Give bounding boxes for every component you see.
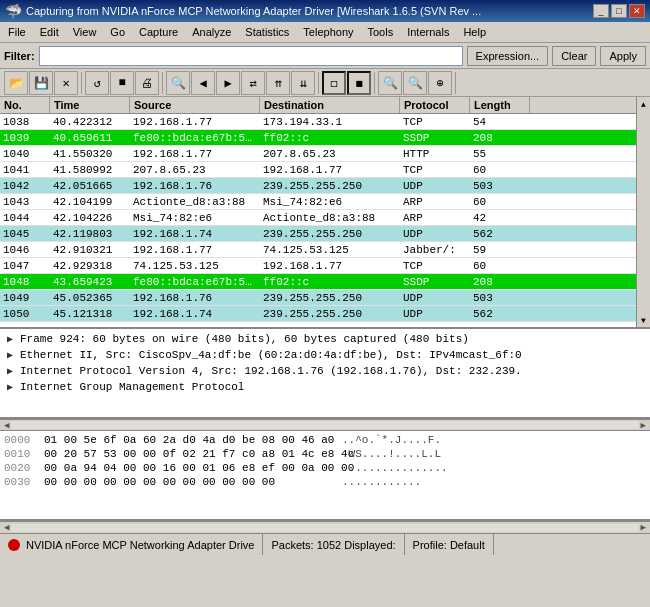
status-packets: Packets: 1052 Displayed: <box>263 534 404 555</box>
table-cell: 43.659423 <box>50 274 130 290</box>
print-button[interactable]: 🖨 <box>135 71 159 95</box>
menu-bar: FileEditViewGoCaptureAnalyzeStatisticsTe… <box>0 22 650 43</box>
table-cell: 42.104226 <box>50 210 130 226</box>
expand-icon[interactable]: ▶ <box>4 365 16 377</box>
table-cell: 1038 <box>0 114 50 130</box>
menu-item-file[interactable]: File <box>2 24 32 40</box>
table-cell: 1043 <box>0 194 50 210</box>
col-dest[interactable]: Destination <box>260 97 400 113</box>
table-cell: 1050 <box>0 306 50 322</box>
col-time[interactable]: Time <box>50 97 130 113</box>
scroll-up[interactable]: ▲ <box>637 97 651 111</box>
hex-ascii: ............ <box>342 475 421 489</box>
table-cell: 192.168.1.77 <box>130 114 260 130</box>
menu-item-telephony[interactable]: Telephony <box>297 24 359 40</box>
table-row[interactable]: 104242.051665192.168.1.76239.255.255.250… <box>0 178 650 194</box>
table-row[interactable]: 104742.92931874.125.53.125192.168.1.77TC… <box>0 258 650 274</box>
col-proto[interactable]: Protocol <box>400 97 470 113</box>
detail-text: Frame 924: 60 bytes on wire (480 bits), … <box>20 333 469 345</box>
table-row[interactable]: 104642.910321192.168.1.7774.125.53.125Ja… <box>0 242 650 258</box>
table-row[interactable]: 104945.052365192.168.1.76239.255.255.250… <box>0 290 650 306</box>
table-cell: 74.125.53.125 <box>130 258 260 274</box>
table-cell: Msi_74:82:e6 <box>130 210 260 226</box>
menu-item-help[interactable]: Help <box>457 24 492 40</box>
toggle2-button[interactable]: ◼ <box>347 71 371 95</box>
close-button[interactable]: ✕ <box>629 4 645 18</box>
minimize-button[interactable]: _ <box>593 4 609 18</box>
menu-item-capture[interactable]: Capture <box>133 24 184 40</box>
filter-bar: Filter: Expression... Clear Apply <box>0 43 650 69</box>
detail-row[interactable]: ▶Internet Group Management Protocol <box>4 379 646 395</box>
table-cell: 192.168.1.74 <box>130 226 260 242</box>
table-cell: 1048 <box>0 274 50 290</box>
table-row[interactable]: 104041.550320192.168.1.77207.8.65.23HTTP… <box>0 146 650 162</box>
table-row[interactable]: 105045.121318192.168.1.74239.255.255.250… <box>0 306 650 322</box>
table-row[interactable]: 104542.119803192.168.1.74239.255.255.250… <box>0 226 650 242</box>
close-cap-button[interactable]: ✕ <box>54 71 78 95</box>
last-button[interactable]: ⇊ <box>291 71 315 95</box>
menu-item-tools[interactable]: Tools <box>362 24 400 40</box>
vscroll[interactable]: ▲ ▼ <box>636 97 650 327</box>
save-button[interactable]: 💾 <box>29 71 53 95</box>
fwd-button[interactable]: ▶ <box>216 71 240 95</box>
col-source[interactable]: Source <box>130 97 260 113</box>
hscroll-hex[interactable]: ◀ ▶ <box>0 521 650 533</box>
menu-item-edit[interactable]: Edit <box>34 24 65 40</box>
table-cell: 1042 <box>0 178 50 194</box>
col-len[interactable]: Length <box>470 97 530 113</box>
table-row[interactable]: 104342.104199Actionte_d8:a3:88Msi_74:82:… <box>0 194 650 210</box>
table-cell: 55 <box>470 146 530 162</box>
expand-icon[interactable]: ▶ <box>4 333 16 345</box>
adapter-text: NVIDIA nForce MCP Networking Adapter Dri… <box>26 539 254 551</box>
table-row[interactable]: 104442.104226Msi_74:82:e6Actionte_d8:a3:… <box>0 210 650 226</box>
expression-button[interactable]: Expression... <box>467 46 549 66</box>
status-profile: Profile: Default <box>405 534 494 555</box>
table-cell: UDP <box>400 306 470 322</box>
apply-button[interactable]: Apply <box>600 46 646 66</box>
goto-button[interactable]: ⇄ <box>241 71 265 95</box>
open-button[interactable]: 📂 <box>4 71 28 95</box>
table-row[interactable]: 104141.580992207.8.65.23192.168.1.77TCP6… <box>0 162 650 178</box>
zoom-in-button[interactable]: 🔍 <box>378 71 402 95</box>
hex-offset: 0000 <box>4 433 36 447</box>
hscroll-detail[interactable]: ◀ ▶ <box>0 419 650 431</box>
menu-item-view[interactable]: View <box>67 24 103 40</box>
table-cell: 1049 <box>0 290 50 306</box>
stop-button[interactable]: ■ <box>110 71 134 95</box>
table-cell: 1045 <box>0 226 50 242</box>
filter-input[interactable] <box>39 46 463 66</box>
toggle1-button[interactable]: ◻ <box>322 71 346 95</box>
title-bar: 🦈 Capturing from NVIDIA nForce MCP Netwo… <box>0 0 650 22</box>
table-cell: 239.255.255.250 <box>260 178 400 194</box>
back-button[interactable]: ◀ <box>191 71 215 95</box>
expand-icon[interactable]: ▶ <box>4 349 16 361</box>
table-cell: UDP <box>400 290 470 306</box>
zoom-reset-button[interactable]: ⊕ <box>428 71 452 95</box>
table-row[interactable]: 104843.659423fe80::bdca:e67b:5eb7:!ff02:… <box>0 274 650 290</box>
table-cell: SSDP <box>400 130 470 146</box>
menu-item-go[interactable]: Go <box>104 24 131 40</box>
zoom-out-button[interactable]: 🔍 <box>403 71 427 95</box>
scroll-down[interactable]: ▼ <box>637 313 651 327</box>
table-row[interactable]: 103840.422312192.168.1.77173.194.33.1TCP… <box>0 114 650 130</box>
restart-button[interactable]: ↺ <box>85 71 109 95</box>
col-no[interactable]: No. <box>0 97 50 113</box>
first-button[interactable]: ⇈ <box>266 71 290 95</box>
menu-item-statistics[interactable]: Statistics <box>239 24 295 40</box>
window-controls[interactable]: _ □ ✕ <box>593 4 645 18</box>
expand-icon[interactable]: ▶ <box>4 381 16 393</box>
table-cell: 45.052365 <box>50 290 130 306</box>
maximize-button[interactable]: □ <box>611 4 627 18</box>
detail-row[interactable]: ▶Frame 924: 60 bytes on wire (480 bits),… <box>4 331 646 347</box>
detail-text: Ethernet II, Src: CiscoSpv_4a:df:be (60:… <box>20 349 522 361</box>
menu-item-analyze[interactable]: Analyze <box>186 24 237 40</box>
detail-row[interactable]: ▶Internet Protocol Version 4, Src: 192.1… <box>4 363 646 379</box>
menu-item-internals[interactable]: Internals <box>401 24 455 40</box>
table-cell: 192.168.1.77 <box>260 162 400 178</box>
find-button[interactable]: 🔍 <box>166 71 190 95</box>
hex-offset: 0030 <box>4 475 36 489</box>
table-row[interactable]: 103940.659611fe80::bdca:e67b:5eb7:!ff02:… <box>0 130 650 146</box>
clear-button[interactable]: Clear <box>552 46 596 66</box>
detail-row[interactable]: ▶Ethernet II, Src: CiscoSpv_4a:df:be (60… <box>4 347 646 363</box>
table-cell: 208 <box>470 274 530 290</box>
